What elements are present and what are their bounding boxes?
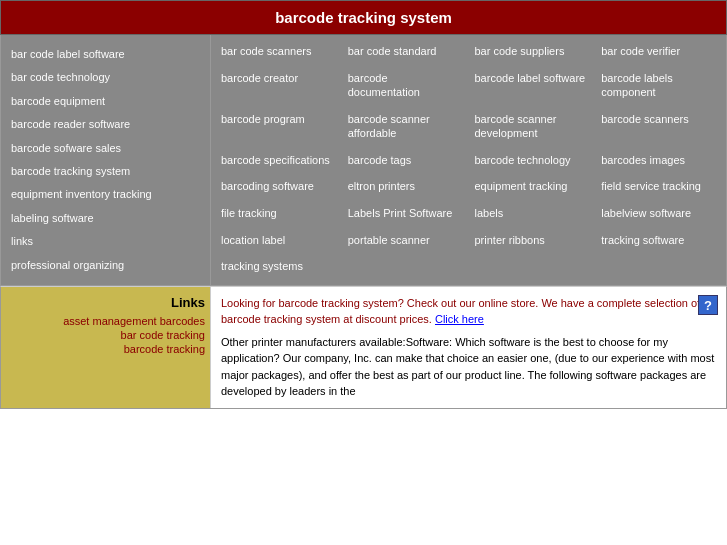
grid-cell[interactable]: labels [470,202,595,227]
sidebar-item[interactable]: links [6,230,205,253]
info-body-text: Other printer manufacturers available:So… [221,334,716,400]
grid-cell[interactable]: tracking software [596,229,721,254]
grid-cell[interactable]: barcoding software [216,175,341,200]
grid-cell[interactable]: tracking systems [216,255,341,280]
promo-text: Looking for barcode tracking system? Che… [221,295,716,328]
grid-cell[interactable]: printer ribbons [470,229,595,254]
grid-cell[interactable]: barcode program [216,108,341,147]
sidebar-item[interactable]: barcode tracking system [6,160,205,183]
links-title: Links [6,295,205,310]
grid-cell[interactable]: bar code verifier [596,40,721,65]
grid-cell[interactable]: barcode technology [470,149,595,174]
page-title: barcode tracking system [0,0,727,35]
sidebar-item[interactable]: bar code label software [6,43,205,66]
sidebar-item[interactable]: barcode reader software [6,113,205,136]
main-grid-section: bar code label softwarebar code technolo… [0,35,727,286]
sidebar-item[interactable]: barcode equipment [6,90,205,113]
sidebar-item[interactable]: labeling software [6,207,205,230]
grid-cell[interactable]: location label [216,229,341,254]
grid-cell[interactable]: barcode label software [470,67,595,106]
grid-cell[interactable]: file tracking [216,202,341,227]
grid-cell[interactable]: portable scanner [343,229,468,254]
grid-cell[interactable]: barcode creator [216,67,341,106]
grid-cell[interactable]: Labels Print Software [343,202,468,227]
bottom-sidebar-link[interactable]: barcode tracking [6,343,205,355]
grid-cell[interactable]: equipment tracking [470,175,595,200]
bottom-left-sidebar: Links asset management barcodesbar code … [1,287,211,408]
bottom-content: ? Looking for barcode tracking system? C… [211,287,726,408]
grid-cell[interactable]: barcode tags [343,149,468,174]
bottom-sidebar-link[interactable]: asset management barcodes [6,315,205,327]
grid-cell[interactable]: barcodes images [596,149,721,174]
sidebar-item[interactable]: bar code technology [6,66,205,89]
link-grid: bar code scannersbar code standardbar co… [211,35,726,285]
grid-cell[interactable]: bar code suppliers [470,40,595,65]
left-sidebar: bar code label softwarebar code technolo… [1,35,211,285]
grid-cell[interactable]: eltron printers [343,175,468,200]
info-icon[interactable]: ? [698,295,718,315]
grid-cell[interactable]: barcode scanner affordable [343,108,468,147]
page-wrapper: barcode tracking system bar code label s… [0,0,727,409]
click-here-link[interactable]: Click here [435,313,484,325]
sidebar-item[interactable]: barcode sofware sales [6,137,205,160]
grid-cell[interactable]: barcode documentation [343,67,468,106]
grid-cell[interactable]: barcode scanners [596,108,721,147]
bottom-sidebar-link[interactable]: bar code tracking [6,329,205,341]
grid-cell[interactable]: labelview software [596,202,721,227]
sidebar-item[interactable]: professional organizing [6,254,205,277]
grid-cell[interactable]: field service tracking [596,175,721,200]
bottom-section: Links asset management barcodesbar code … [0,286,727,409]
grid-cell[interactable]: bar code scanners [216,40,341,65]
grid-cell [343,255,468,280]
grid-cell[interactable]: barcode labels component [596,67,721,106]
grid-cell[interactable]: bar code standard [343,40,468,65]
sidebar-item[interactable]: equipment inventory tracking [6,183,205,206]
grid-cell[interactable]: barcode scanner development [470,108,595,147]
grid-cell[interactable]: barcode specifications [216,149,341,174]
